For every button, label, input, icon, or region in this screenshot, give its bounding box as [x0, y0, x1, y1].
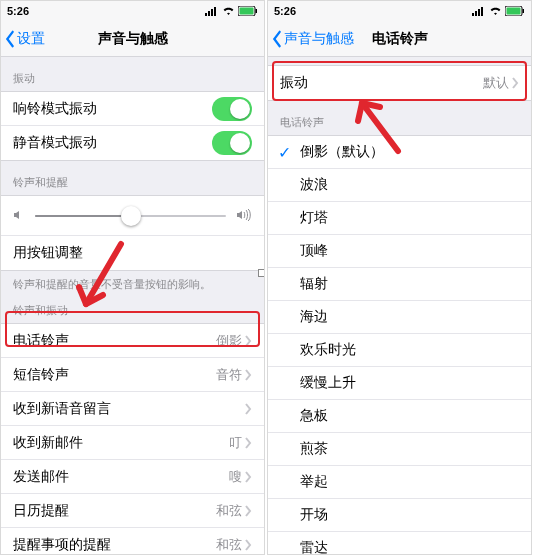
ringtone-option[interactable]: 欢乐时光	[268, 334, 531, 367]
row-button-adjust[interactable]: 用按钮调整	[1, 236, 264, 270]
nav-bar: 设置 声音与触感	[1, 21, 264, 57]
back-label: 声音与触感	[284, 30, 354, 48]
toggle-on[interactable]	[212, 97, 252, 121]
ringtone-option[interactable]: 顶峰	[268, 235, 531, 268]
row-label: 发送邮件	[13, 468, 69, 486]
volume-slider-row[interactable]	[1, 196, 264, 236]
ringtone-label: 倒影（默认）	[300, 143, 384, 161]
chevron-right-icon	[244, 335, 252, 347]
speaker-high-icon	[236, 207, 252, 225]
slider-track[interactable]	[35, 215, 226, 217]
row-label: 静音模式振动	[13, 134, 97, 152]
ringtone-option[interactable]: 灯塔	[268, 202, 531, 235]
chevron-left-icon	[270, 30, 284, 48]
row-vibration[interactable]: 振动 默认	[268, 66, 531, 100]
speaker-low-icon	[13, 207, 25, 225]
status-time: 5:26	[274, 5, 296, 17]
status-time: 5:26	[7, 5, 29, 17]
ringtone-label: 举起	[300, 473, 328, 491]
ringtone-option[interactable]: 开场	[268, 499, 531, 532]
svg-rect-9	[478, 9, 480, 16]
slider-thumb[interactable]	[121, 206, 141, 226]
row-label: 响铃模式振动	[13, 100, 97, 118]
ringtone-option[interactable]: 煎茶	[268, 433, 531, 466]
ringtone-option[interactable]: 急板	[268, 400, 531, 433]
wifi-icon	[222, 6, 235, 16]
back-button[interactable]: 声音与触感	[268, 30, 354, 48]
ringtone-option[interactable]: 辐射	[268, 268, 531, 301]
row-sendmail[interactable]: 发送邮件 嗖	[1, 460, 264, 494]
section-header-ringtones: 电话铃声	[268, 101, 531, 135]
ringtone-label: 辐射	[300, 275, 328, 293]
svg-rect-6	[256, 9, 258, 13]
section-header-patterns: 铃声和振动	[1, 297, 264, 323]
footer-volume: 铃声和提醒的音量不受音量按钮的影响。	[1, 271, 264, 297]
svg-rect-10	[481, 7, 483, 16]
row-silent-vibrate[interactable]: 静音模式振动	[1, 126, 264, 160]
row-label: 振动	[280, 74, 308, 92]
signal-icon	[472, 6, 486, 16]
ringtone-label: 急板	[300, 407, 328, 425]
row-newmail[interactable]: 收到新邮件 叮	[1, 426, 264, 460]
svg-rect-5	[240, 8, 254, 15]
battery-icon	[505, 6, 525, 16]
row-calendar[interactable]: 日历提醒 和弦	[1, 494, 264, 528]
row-label: 短信铃声	[13, 366, 69, 384]
svg-rect-0	[205, 13, 207, 16]
ringtone-label: 煎茶	[300, 440, 328, 458]
svg-rect-1	[208, 11, 210, 16]
sound-rows: 电话铃声 倒影 短信铃声 音符 收到新语音留言 收到新邮件 叮 发送邮件 嗖 日…	[1, 323, 264, 555]
back-label: 设置	[17, 30, 45, 48]
ringtone-list: ✓倒影（默认）波浪灯塔顶峰辐射海边欢乐时光缓慢上升急板煎茶举起开场雷达	[268, 135, 531, 555]
crop-handle	[258, 269, 265, 277]
row-value: 音符	[216, 366, 242, 384]
status-bar: 5:26	[268, 1, 531, 21]
nav-bar: 声音与触感 电话铃声	[268, 21, 531, 57]
row-value: 和弦	[216, 536, 242, 554]
row-label: 电话铃声	[13, 332, 69, 350]
ringtone-option[interactable]: ✓倒影（默认）	[268, 136, 531, 169]
ringtone-label: 顶峰	[300, 242, 328, 260]
row-ring-vibrate[interactable]: 响铃模式振动	[1, 92, 264, 126]
toggle-on[interactable]	[212, 131, 252, 155]
checkmark-icon: ✓	[278, 143, 300, 162]
section-header-vibrate: 振动	[1, 57, 264, 91]
ringtone-label: 雷达	[300, 539, 328, 555]
ringtone-option[interactable]: 海边	[268, 301, 531, 334]
row-label: 用按钮调整	[13, 244, 83, 262]
chevron-right-icon	[244, 539, 252, 551]
chevron-right-icon	[244, 437, 252, 449]
ringtone-option[interactable]: 举起	[268, 466, 531, 499]
battery-icon	[238, 6, 258, 16]
row-value: 叮	[229, 434, 242, 452]
ringtone-label: 灯塔	[300, 209, 328, 227]
status-icons	[205, 6, 258, 16]
ringtone-label: 欢乐时光	[300, 341, 356, 359]
back-button[interactable]: 设置	[1, 30, 45, 48]
row-value: 默认	[483, 74, 509, 92]
wifi-icon	[489, 6, 502, 16]
row-voicemail[interactable]: 收到新语音留言	[1, 392, 264, 426]
screen-sounds-haptics: 5:26 设置 声音与触感 振动 响铃模式振动 静音模式振动	[0, 0, 265, 555]
row-value: 倒影	[216, 332, 242, 350]
ringtone-option[interactable]: 波浪	[268, 169, 531, 202]
ringtone-label: 波浪	[300, 176, 328, 194]
chevron-right-icon	[244, 505, 252, 517]
row-label: 提醒事项的提醒	[13, 536, 111, 554]
svg-rect-12	[507, 8, 521, 15]
svg-rect-13	[523, 9, 525, 13]
ringtone-option[interactable]: 雷达	[268, 532, 531, 555]
row-value: 和弦	[216, 502, 242, 520]
chevron-left-icon	[3, 30, 17, 48]
row-ringtone[interactable]: 电话铃声 倒影	[1, 324, 264, 358]
svg-rect-8	[475, 11, 477, 16]
ringtone-label: 缓慢上升	[300, 374, 356, 392]
ringtone-label: 开场	[300, 506, 328, 524]
chevron-right-icon	[244, 471, 252, 483]
row-reminders[interactable]: 提醒事项的提醒 和弦	[1, 528, 264, 555]
ringtone-label: 海边	[300, 308, 328, 326]
ringtone-option[interactable]: 缓慢上升	[268, 367, 531, 400]
chevron-right-icon	[244, 403, 252, 415]
row-texttone[interactable]: 短信铃声 音符	[1, 358, 264, 392]
svg-rect-7	[472, 13, 474, 16]
